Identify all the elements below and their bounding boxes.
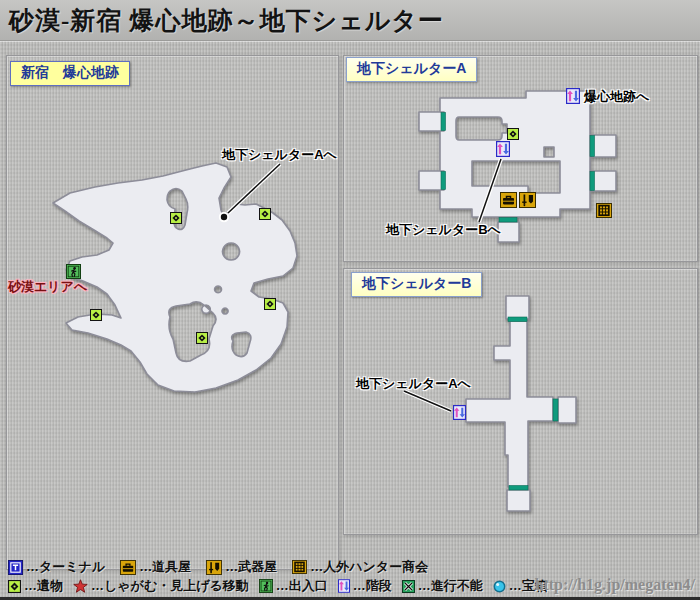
star-icon <box>73 579 88 593</box>
legend-item-stairs: …階段 <box>338 577 392 595</box>
legend-item-blocked: …進行不能 <box>402 577 483 595</box>
panel-shelter-b <box>343 268 698 535</box>
annotation-to-ground-zero: 爆心地跡へ <box>584 88 649 106</box>
exit-icon <box>259 579 273 593</box>
stairs-icon <box>338 579 350 593</box>
legend-item-exit: …出入口 <box>259 577 328 595</box>
legend-item-relic: …遺物 <box>8 577 63 595</box>
legend-item-weapon-shop: …武器屋 <box>206 558 277 576</box>
annotation-to-shelter-b: 地下シェルターBへ <box>386 221 501 239</box>
page-header: 砂漠-新宿 爆心地跡～地下シェルター <box>0 0 700 41</box>
area-label-shelter-a: 地下シェルターA <box>346 57 477 82</box>
legend-label: …しゃがむ・見上げる移動 <box>91 577 249 595</box>
legend-label: …人外ハンター商会 <box>310 558 428 576</box>
legend-item-crouch: …しゃがむ・見上げる移動 <box>73 577 249 595</box>
legend-label: …進行不能 <box>418 577 483 595</box>
legend-label: …出入口 <box>276 577 328 595</box>
site-url: http://h1g.jp/megaten4/ <box>535 576 695 594</box>
legend-label: …ターミナル <box>26 558 105 576</box>
weapon-shop-icon <box>206 560 222 575</box>
legend-label: …階段 <box>353 577 392 595</box>
map-page: 砂漠-新宿 爆心地跡～地下シェルター 新宿 爆心地跡 地下シェルターA 地下シェ… <box>0 0 700 600</box>
terminal-icon <box>8 560 23 575</box>
blocked-icon <box>402 580 415 593</box>
legend-item-terminal: …ターミナル <box>8 558 105 576</box>
legend-label: …道具屋 <box>139 558 191 576</box>
page-title: 砂漠-新宿 爆心地跡～地下シェルター <box>9 4 444 37</box>
area-label-shelter-b: 地下シェルターB <box>351 272 482 297</box>
legend-label: …武器屋 <box>225 558 277 576</box>
relic-icon <box>8 580 21 593</box>
annotation-to-desert: 砂漠エリアへ <box>8 278 87 296</box>
annotation-b-to-shelter-a: 地下シェルターAへ <box>356 375 471 393</box>
hunter-shop-icon <box>292 560 307 574</box>
legend-row-2: …遺物 …しゃがむ・見上げる移動 …出入口 …階段 …進行不能 …宝箱 <box>8 577 558 595</box>
legend-label: …遺物 <box>24 577 63 595</box>
legend-item-item-shop: …道具屋 <box>120 558 191 576</box>
annotation-to-shelter-a: 地下シェルターAへ <box>222 146 337 164</box>
legend-item-hunter-shop: …人外ハンター商会 <box>292 558 428 576</box>
legend-row-1: …ターミナル …道具屋 …武器屋 …人外ハンター商会 <box>8 558 443 576</box>
chest-icon <box>493 580 506 593</box>
item-shop-icon <box>120 560 136 575</box>
panel-ground-zero <box>6 55 339 570</box>
area-label-ground-zero: 新宿 爆心地跡 <box>10 61 130 86</box>
